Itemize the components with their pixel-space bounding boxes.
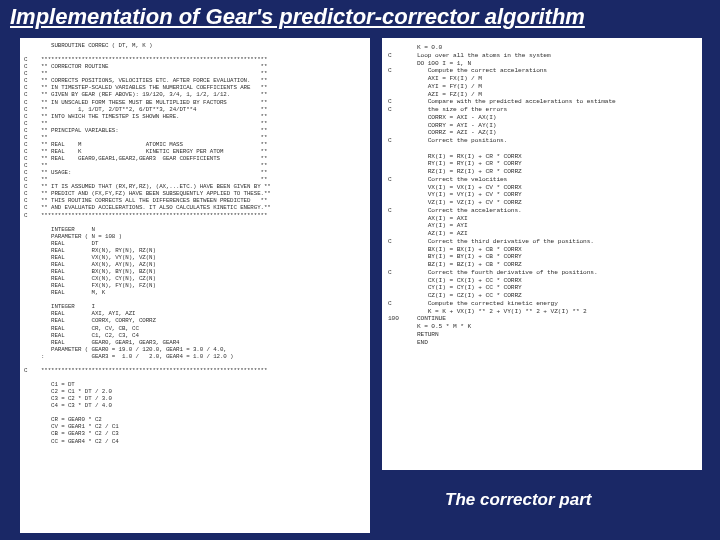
slide: Implementation of Gear's predictor-corre… — [0, 0, 720, 540]
code-panel-left: SUBROUTINE CORREC ( DT, M, K ) C *******… — [20, 38, 370, 533]
slide-caption: The corrector part — [445, 490, 591, 510]
slide-title: Implementation of Gear's predictor-corre… — [10, 4, 585, 30]
code-panel-right: K = 0.0 C Loop over all the atoms in the… — [382, 38, 702, 470]
